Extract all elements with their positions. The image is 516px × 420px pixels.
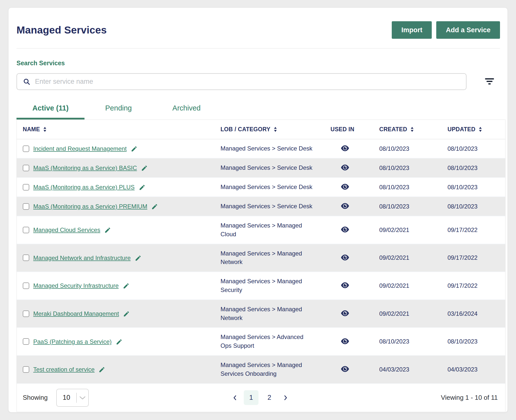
service-name-link[interactable]: MaaS (Monitoring as a Service) PREMIUM — [33, 202, 147, 210]
used-in-eye-button[interactable] — [340, 310, 350, 318]
search-label: Search Services — [16, 60, 500, 67]
used-in-eye-button[interactable] — [340, 338, 350, 346]
used-in-eye-button[interactable] — [340, 144, 350, 153]
edit-pencil-icon[interactable] — [123, 282, 130, 289]
tab-archived[interactable]: Archived — [152, 104, 220, 120]
page-title: Managed Services — [16, 24, 107, 36]
tab-active[interactable]: Active (11) — [16, 104, 84, 120]
row-checkbox[interactable] — [23, 282, 29, 289]
used-in-cell — [330, 226, 379, 234]
row-checkbox[interactable] — [23, 165, 29, 171]
row-checkbox[interactable] — [23, 338, 29, 345]
name-cell: MaaS (Monitoring as a Service) PREMIUM — [23, 198, 220, 215]
service-name-link[interactable]: Managed Cloud Services — [33, 226, 100, 234]
service-name-link[interactable]: MaaS (Monitoring as a Service) BASIC — [33, 164, 137, 172]
eye-icon — [340, 365, 350, 373]
name-cell: MaaS (Monitoring as a Service) BASIC — [23, 159, 220, 177]
updated-date: 08/10/2023 — [448, 145, 505, 152]
search-input[interactable] — [35, 78, 460, 86]
name-cell: Managed Security Infrastructure — [23, 277, 220, 294]
next-page-button[interactable] — [280, 392, 291, 403]
page-button-2[interactable]: 2 — [262, 390, 277, 405]
column-header-updated[interactable]: UPDATED — [448, 126, 505, 133]
service-name-link[interactable]: PaaS (Patching as a Service) — [33, 338, 112, 346]
table-row: Managed Network and Infrastructure Manag… — [17, 244, 505, 272]
showing-label: Showing — [23, 394, 48, 402]
row-checkbox[interactable] — [23, 184, 29, 190]
column-label: USED IN — [330, 126, 354, 133]
sort-icon — [43, 127, 47, 132]
edit-pencil-icon[interactable] — [104, 227, 111, 234]
service-name-link[interactable]: Test creation of service — [33, 366, 94, 373]
used-in-eye-button[interactable] — [340, 226, 350, 234]
lob-category-cell: Managed Services > Service Desk — [220, 158, 330, 177]
name-cell: PaaS (Patching as a Service) — [23, 333, 220, 350]
column-label: LOB / CATEGORY — [220, 126, 270, 133]
edit-pencil-icon[interactable] — [141, 165, 148, 172]
table-footer: Showing 10 1 2 Viewing 1 — [17, 384, 505, 412]
table-row: Meraki Dashboard Management Managed Serv… — [17, 300, 505, 328]
lob-category-cell: Managed Services > Managed Network — [220, 244, 330, 272]
page-button-1[interactable]: 1 — [244, 390, 258, 405]
edit-pencil-icon[interactable] — [98, 366, 105, 373]
used-in-eye-button[interactable] — [340, 254, 350, 262]
service-name-link[interactable]: Meraki Dashboard Management — [33, 310, 119, 318]
name-cell: Managed Cloud Services — [23, 221, 220, 239]
lob-category-cell: Managed Services > Service Desk — [220, 139, 330, 158]
used-in-cell — [330, 338, 379, 346]
used-in-eye-button[interactable] — [340, 365, 350, 374]
used-in-eye-button[interactable] — [340, 202, 350, 210]
used-in-eye-button[interactable] — [340, 164, 350, 172]
eye-icon — [340, 183, 350, 190]
row-checkbox[interactable] — [23, 254, 29, 261]
updated-date: 09/17/2022 — [448, 254, 505, 261]
filter-button[interactable] — [482, 75, 497, 88]
name-cell: Managed Network and Infrastructure — [23, 249, 220, 267]
import-button[interactable]: Import — [392, 21, 432, 39]
table-row: Managed Cloud Services Managed Services … — [17, 216, 505, 244]
status-tabs: Active (11) Pending Archived — [16, 104, 500, 120]
page-size-select[interactable]: 10 — [56, 389, 89, 407]
table-row: MaaS (Monitoring as a Service) PLUS Mana… — [17, 178, 505, 197]
add-service-button[interactable]: Add a Service — [436, 21, 500, 39]
eye-icon — [340, 226, 350, 233]
used-in-eye-button[interactable] — [340, 183, 350, 191]
row-checkbox[interactable] — [23, 310, 29, 317]
column-header-name[interactable]: NAME — [23, 126, 220, 133]
table-row: MaaS (Monitoring as a Service) PREMIUM M… — [17, 197, 505, 216]
lob-category-cell: Managed Services > Advanced Ops Support — [220, 328, 330, 355]
created-date: 08/10/2023 — [379, 338, 448, 345]
service-name-link[interactable]: Incident and Request Management — [33, 145, 127, 152]
used-in-cell — [330, 282, 379, 290]
column-header-lob-category[interactable]: LOB / CATEGORY — [220, 126, 330, 133]
updated-date: 08/10/2023 — [448, 184, 505, 191]
table-row: Managed Security Infrastructure Managed … — [17, 272, 505, 300]
edit-pencil-icon[interactable] — [139, 184, 146, 191]
row-checkbox[interactable] — [23, 203, 29, 210]
edit-pencil-icon[interactable] — [116, 338, 122, 345]
edit-pencil-icon[interactable] — [151, 203, 158, 210]
created-date: 09/02/2021 — [379, 282, 448, 289]
edit-pencil-icon[interactable] — [131, 146, 138, 152]
row-checkbox[interactable] — [23, 366, 29, 373]
updated-date: 08/10/2023 — [448, 164, 505, 172]
edit-pencil-icon[interactable] — [123, 310, 130, 317]
services-table: NAME LOB / CATEGORY USED IN CREATED UPDA… — [16, 120, 506, 412]
tab-pending[interactable]: Pending — [84, 104, 152, 120]
column-header-created[interactable]: CREATED — [379, 126, 448, 133]
table-body: Incident and Request Management Managed … — [17, 139, 505, 384]
updated-date: 09/17/2022 — [448, 226, 505, 234]
service-name-link[interactable]: Managed Network and Infrastructure — [33, 254, 131, 262]
managed-services-card: Managed Services Import Add a Service Se… — [8, 8, 508, 412]
chevron-right-icon — [284, 395, 288, 401]
prev-page-button[interactable] — [229, 392, 240, 403]
service-name-link[interactable]: Managed Security Infrastructure — [33, 282, 119, 290]
row-checkbox[interactable] — [23, 146, 29, 152]
used-in-eye-button[interactable] — [340, 282, 350, 290]
edit-pencil-icon[interactable] — [135, 255, 142, 262]
pagination: 1 2 — [181, 390, 339, 405]
updated-date: 04/03/2023 — [448, 366, 505, 373]
service-name-link[interactable]: MaaS (Monitoring as a Service) PLUS — [33, 183, 135, 191]
table-row: MaaS (Monitoring as a Service) BASIC Man… — [17, 158, 505, 178]
row-checkbox[interactable] — [23, 227, 29, 233]
